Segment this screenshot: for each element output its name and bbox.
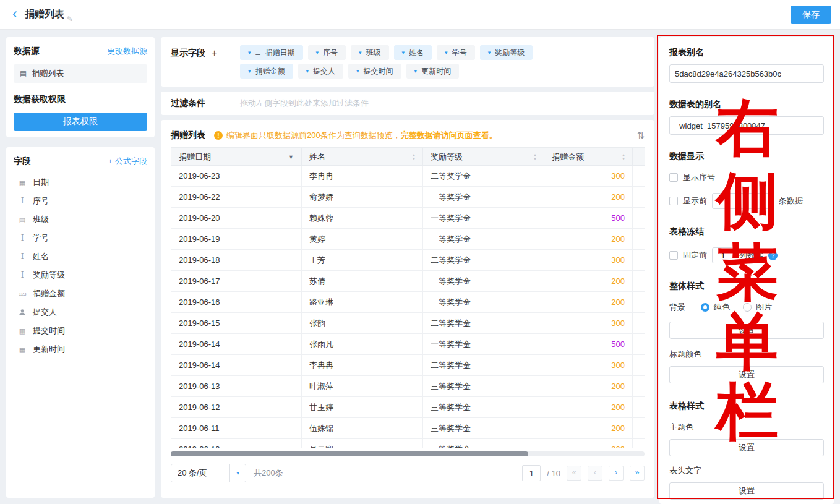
datasource-item[interactable]: ▤ 捐赠列表 [14, 64, 147, 83]
table-row: 2019-06-18王芳二等奖学金300 [171, 250, 645, 271]
field-item-学号[interactable]: I学号 [14, 229, 147, 247]
show-first-option[interactable]: 显示前 条数据 [669, 193, 824, 209]
back-icon[interactable]: ‹ [9, 6, 24, 23]
display-field-chip-捐赠金额[interactable]: ▾捐赠金额 [240, 64, 293, 79]
cell-amount: 200 [544, 271, 633, 292]
cell-partial [633, 208, 645, 229]
table-alias-input[interactable] [669, 116, 824, 135]
show-index-option[interactable]: 显示序号 [669, 172, 824, 183]
field-item-姓名[interactable]: I姓名 [14, 247, 147, 266]
radio-solid-color[interactable] [701, 303, 709, 312]
text-icon: I [17, 270, 27, 280]
column-header-捐赠日期[interactable]: 捐赠日期▼ [171, 148, 302, 166]
cell-name: 叶淑萍 [302, 376, 423, 397]
sort-arrows-icon[interactable]: ▴▾ [413, 153, 415, 161]
cell-name: 李冉冉 [302, 355, 423, 376]
change-datasource-link[interactable]: 更改数据源 [107, 46, 147, 57]
display-field-chip-捐赠日期[interactable]: ▾☰捐赠日期 [240, 45, 303, 60]
field-item-日期[interactable]: ▦日期 [14, 173, 147, 192]
add-display-field-button[interactable]: + [212, 48, 217, 79]
display-field-chip-更新时间[interactable]: ▾更新时间 [406, 64, 460, 79]
page-number-input[interactable] [522, 465, 541, 481]
checkbox-icon[interactable] [669, 197, 678, 205]
display-field-chip-序号[interactable]: ▾序号 [308, 45, 346, 60]
field-label: 更新时间 [33, 344, 65, 355]
cell-partial [633, 397, 645, 418]
cell-partial [633, 229, 645, 250]
report-alias-input[interactable] [669, 64, 824, 83]
sort-arrows-icon[interactable]: ▴▾ [622, 153, 625, 161]
horizontal-scrollbar-thumb[interactable] [171, 451, 528, 456]
last-page-button[interactable]: » [630, 466, 645, 481]
image-label: 图片 [756, 302, 772, 313]
cell-amount: 500 [544, 334, 633, 355]
checkbox-icon[interactable] [669, 251, 678, 260]
chevron-down-icon: ▾ [359, 49, 362, 56]
add-formula-field-link[interactable]: + 公式字段 [108, 156, 147, 167]
show-first-count-input[interactable] [712, 193, 774, 209]
theme-color-set-button[interactable]: 设置 [669, 439, 824, 456]
chip-label: 班级 [366, 48, 381, 58]
display-field-chip-学号[interactable]: ▾学号 [437, 45, 475, 60]
warning-icon: ! [214, 131, 223, 140]
horizontal-scrollbar-track[interactable] [171, 451, 645, 456]
data-table: 捐赠日期▼姓名▴▾奖励等级▴▾捐赠金额▴▾ 2019-06-23李冉冉二等奖学金… [171, 148, 645, 448]
datasource-panel: 数据源 更改数据源 ▤ 捐赠列表 数据获取权限 报表权限 [6, 37, 155, 137]
header-text-set-button[interactable]: 设置 [669, 482, 824, 500]
save-button[interactable]: 保存 [791, 6, 831, 24]
sort-icon[interactable]: ⇅ [636, 130, 645, 141]
cell-date: 2019-06-16 [171, 292, 302, 313]
filter-icon[interactable]: ▼ [288, 154, 294, 160]
chevron-down-icon: ▾ [414, 68, 418, 74]
calendar-icon: ▦ [17, 177, 27, 187]
field-item-序号[interactable]: I序号 [14, 192, 147, 210]
field-item-更新时间[interactable]: ▦更新时间 [14, 340, 147, 359]
help-icon[interactable]: ? [768, 251, 778, 260]
radio-image[interactable] [743, 303, 752, 312]
text-icon: I [17, 196, 27, 206]
cell-amount: 300 [544, 313, 633, 334]
freeze-count-input[interactable] [712, 247, 734, 263]
field-item-班级[interactable]: ▤班级 [14, 210, 147, 229]
freeze-prefix: 固定前 [683, 250, 707, 261]
column-label: 奖励等级 [431, 152, 463, 163]
column-header-捐赠金额[interactable]: 捐赠金额▴▾ [544, 148, 633, 166]
table-row: 2019-06-23李冉冉二等奖学金300 [171, 166, 645, 187]
first-page-button[interactable]: « [567, 466, 581, 481]
display-field-chip-奖励等级[interactable]: ▾奖励等级 [480, 45, 533, 60]
freeze-columns-option[interactable]: 固定前 列数据 ? [669, 247, 824, 263]
column-header-姓名[interactable]: 姓名▴▾ [302, 148, 423, 166]
chip-label: 学号 [452, 48, 467, 58]
chevron-down-icon[interactable]: ▾ [229, 464, 246, 482]
chip-label: 奖励等级 [495, 48, 525, 58]
cell-date: 2019-06-18 [171, 250, 302, 271]
text-icon: I [17, 252, 27, 262]
cell-name: 张韵 [302, 313, 423, 334]
chip-label: 捐赠金额 [255, 66, 285, 77]
field-item-捐赠金额[interactable]: 123捐赠金额 [14, 284, 147, 303]
prev-page-button[interactable]: ‹ [588, 466, 602, 481]
cell-level: 三等奖学金 [423, 376, 544, 397]
display-field-chip-提交人[interactable]: ▾提交人 [298, 64, 344, 79]
field-item-提交时间[interactable]: ▦提交时间 [14, 322, 147, 340]
field-label: 奖励等级 [33, 270, 65, 281]
display-field-chip-提交时间[interactable]: ▾提交时间 [348, 64, 401, 79]
checkbox-icon[interactable] [669, 173, 678, 182]
chevron-down-icon: ▾ [248, 49, 251, 56]
table-freeze-title: 表格冻结 [669, 226, 824, 237]
field-item-奖励等级[interactable]: I奖励等级 [14, 266, 147, 284]
title-color-set-button[interactable]: 设置 [669, 366, 824, 383]
report-permission-button[interactable]: 报表权限 [14, 113, 147, 131]
display-field-chip-班级[interactable]: ▾班级 [351, 45, 389, 60]
edit-title-icon[interactable]: ✎ [67, 15, 73, 23]
column-header-奖励等级[interactable]: 奖励等级▴▾ [423, 148, 544, 166]
next-page-button[interactable]: › [609, 466, 624, 481]
select-icon: ▤ [17, 215, 27, 224]
field-item-提交人[interactable]: 提交人 [14, 303, 147, 322]
display-field-chip-姓名[interactable]: ▾姓名 [394, 45, 432, 60]
background-set-button[interactable]: 设置 [669, 322, 824, 339]
page-size-select[interactable]: 20 条/页 ▾ [171, 464, 246, 482]
filter-dropzone[interactable]: 拖动左侧字段到此处来添加过滤条件 [240, 98, 645, 109]
sort-arrows-icon[interactable]: ▴▾ [534, 153, 536, 161]
cell-name: 王芳 [302, 250, 423, 271]
